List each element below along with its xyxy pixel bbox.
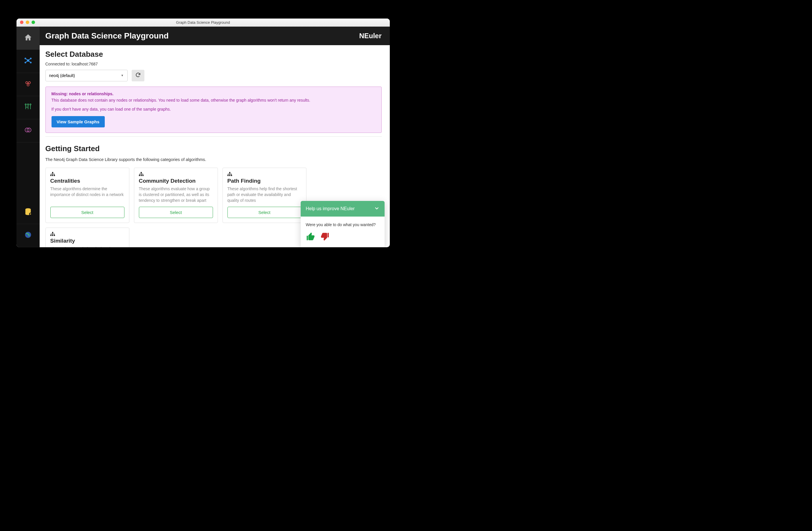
sidebar-item-similarity[interactable]: [16, 119, 40, 142]
sitemap-icon: [228, 172, 302, 177]
sidebar: [16, 27, 40, 247]
svg-rect-33: [231, 175, 232, 176]
sidebar-item-database[interactable]: [16, 201, 40, 224]
svg-rect-27: [139, 175, 140, 176]
cluster-icon: [24, 80, 32, 89]
svg-rect-28: [141, 175, 142, 176]
svg-point-14: [25, 104, 26, 105]
refresh-button[interactable]: [132, 70, 144, 81]
svg-rect-30: [229, 172, 230, 173]
missing-data-alert: Missing: nodes or relationships. This da…: [45, 87, 382, 133]
app-body: Graph Data Science Playground NEuler Sel…: [16, 27, 390, 247]
sitemap-icon: [50, 172, 125, 177]
select-centralities-button[interactable]: Select: [50, 207, 125, 218]
card-title: Community Detection: [139, 178, 213, 184]
traffic-lights: [16, 20, 35, 24]
svg-point-16: [30, 104, 31, 105]
sidebar-spacer: [16, 142, 40, 201]
svg-rect-23: [50, 175, 52, 176]
card-path-finding: Path Finding These algorithms help find …: [222, 168, 306, 223]
svg-rect-34: [52, 232, 53, 233]
minimize-window-button[interactable]: [26, 20, 29, 24]
feedback-title: Help us improve NEuler: [306, 206, 355, 211]
card-title: Similarity: [50, 238, 125, 244]
svg-rect-22: [52, 172, 53, 173]
svg-rect-37: [54, 235, 55, 236]
thumbs-up-button[interactable]: [306, 232, 316, 243]
card-desc: These algorithms help calculate the simi…: [50, 246, 125, 247]
svg-rect-36: [52, 235, 53, 236]
chevron-down-icon: [374, 205, 379, 212]
close-window-button[interactable]: [20, 20, 24, 24]
card-desc: These algorithms help find the shortest …: [228, 186, 302, 203]
svg-rect-32: [229, 175, 230, 176]
svg-rect-26: [141, 172, 142, 173]
alert-body: This database does not contain any nodes…: [52, 97, 376, 103]
path-icon: [24, 103, 32, 112]
database-dropdown-value: neo4j (default): [49, 73, 75, 78]
card-title: Path Finding: [228, 178, 302, 184]
chevron-down-icon: ▼: [121, 74, 124, 77]
feedback-body: Were you able to do what you wanted?: [301, 217, 385, 247]
select-database-heading: Select Database: [45, 50, 382, 59]
refresh-icon: [135, 72, 141, 79]
feedback-header[interactable]: Help us improve NEuler: [301, 201, 385, 217]
titlebar: Graph Data Science Playground: [16, 18, 390, 27]
alert-sub: If you don't have any data, you can load…: [52, 107, 376, 112]
sidebar-item-pathfinding[interactable]: [16, 96, 40, 119]
network-icon: [24, 56, 32, 66]
svg-rect-24: [52, 175, 53, 176]
brand-label: NEuler: [359, 32, 381, 40]
sitemap-icon: [139, 172, 213, 177]
connection-status: Connected to: localhost:7687: [45, 62, 382, 66]
home-icon: [24, 33, 32, 43]
svg-rect-31: [228, 175, 229, 176]
thumbs-down-button[interactable]: [320, 232, 330, 243]
svg-rect-29: [142, 175, 144, 176]
select-community-button[interactable]: Select: [139, 207, 213, 218]
select-pathfinding-button[interactable]: Select: [228, 207, 302, 218]
feedback-icons: [306, 232, 379, 243]
thumbs-up-icon: [306, 238, 316, 242]
svg-point-11: [27, 84, 29, 86]
sidebar-item-centrality[interactable]: [16, 50, 40, 73]
card-desc: These algorithms determine the importanc…: [50, 186, 125, 203]
database-selector-row: neo4j (default) ▼: [45, 70, 382, 81]
card-title: Centralities: [50, 178, 125, 184]
window-title: Graph Data Science Playground: [16, 20, 390, 25]
view-sample-graphs-button[interactable]: View Sample Graphs: [52, 116, 105, 127]
card-similarity: Similarity These algorithms help calcula…: [45, 228, 129, 247]
feedback-question: Were you able to do what you wanted?: [306, 223, 379, 227]
main-column: Graph Data Science Playground NEuler Sel…: [40, 27, 390, 247]
card-desc: These algorithms evaluate how a group is…: [139, 186, 213, 203]
getting-started-intro: The Neo4j Graph Data Science Library sup…: [45, 157, 382, 162]
venn-icon: [24, 126, 32, 135]
alert-title: Missing: nodes or relationships.: [52, 91, 376, 96]
card-community-detection: Community Detection These algorithms eva…: [134, 168, 218, 223]
sidebar-item-about[interactable]: [16, 224, 40, 247]
zoom-window-button[interactable]: [31, 20, 35, 24]
feedback-panel: Help us improve NEuler Were you able to …: [301, 201, 385, 247]
page-title: Graph Data Science Playground: [45, 31, 169, 41]
header-bar: Graph Data Science Playground NEuler: [40, 27, 390, 45]
svg-point-15: [27, 104, 28, 105]
database-icon: [24, 207, 32, 217]
sitemap-icon: [50, 232, 125, 237]
sidebar-item-home[interactable]: [16, 27, 40, 50]
svg-rect-25: [54, 175, 55, 176]
app-window: Graph Data Science Playground: [16, 18, 390, 247]
card-centralities: Centralities These algorithms determine …: [45, 168, 129, 223]
globe-icon: [24, 231, 32, 240]
database-dropdown[interactable]: neo4j (default) ▼: [45, 70, 128, 81]
getting-started-heading: Getting Started: [45, 144, 382, 153]
sidebar-item-community[interactable]: [16, 73, 40, 96]
thumbs-down-icon: [320, 238, 330, 242]
svg-rect-35: [50, 235, 52, 236]
svg-point-21: [25, 232, 31, 238]
